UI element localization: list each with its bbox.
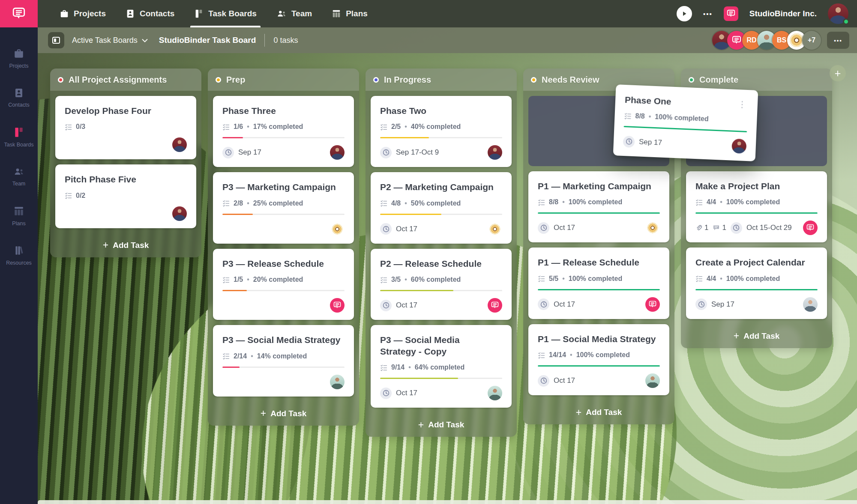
sidebar-item-team[interactable]: Team <box>0 157 38 196</box>
nav-item-contacts[interactable]: Contacts <box>116 0 184 27</box>
task-card[interactable]: P3 — Social Media Strategy 2/14 • 14% co… <box>213 325 354 396</box>
add-task-button[interactable]: + Add Task <box>366 413 517 437</box>
sidebar-label: Projects <box>9 63 28 69</box>
sidebar-item-projects[interactable]: Projects <box>0 39 38 78</box>
member-overflow-badge[interactable]: +7 <box>802 31 821 50</box>
sidebar-item-contacts[interactable]: Contacts <box>0 78 38 117</box>
add-task-button[interactable]: + Add Task <box>208 402 359 426</box>
bullet: • <box>720 198 722 206</box>
task-card[interactable]: Phase Three 1/6 • 17% completed Sep 17 <box>213 96 354 167</box>
task-card[interactable]: P3 — Social Media Strategy - Copy 9/14 •… <box>371 325 512 408</box>
progress-bar <box>222 137 345 138</box>
sidebar: Projects Contacts Task Boards Team Plans… <box>0 27 38 504</box>
task-card[interactable]: Pitch Phase Five 0/2 <box>55 164 196 228</box>
task-card[interactable]: Develop Phase Four 0/3 <box>55 96 196 159</box>
assignee-avatar[interactable] <box>645 221 660 235</box>
board-more-button[interactable]: ••• <box>827 32 849 49</box>
contact-card-icon <box>126 9 135 18</box>
column-all-project-assignments: All Project Assignments Develop Phase Fo… <box>50 69 201 257</box>
task-card[interactable]: Make a Project Plan 4/4 • 100% completed… <box>686 171 827 242</box>
studiobinder-logo-icon <box>731 35 742 45</box>
card-checklist: 3/5 • 60% completed <box>380 276 502 283</box>
checklist-count: 4/4 <box>707 275 716 283</box>
add-column-button[interactable]: + <box>830 65 846 81</box>
checklist-count: 2/14 <box>234 352 247 360</box>
overflow-count: +7 <box>808 36 815 44</box>
progress-bar <box>538 365 660 367</box>
checklist-count: 4/4 <box>707 198 716 206</box>
clock-icon <box>538 298 549 310</box>
assignee-avatar[interactable] <box>731 139 746 154</box>
assignee-avatar[interactable] <box>172 137 187 152</box>
assignee-avatar[interactable] <box>330 145 345 160</box>
nav-label: Task Boards <box>208 9 257 18</box>
columns-icon <box>332 9 341 18</box>
checklist-icon <box>65 123 72 131</box>
boards-dropdown[interactable]: Active Task Boards <box>72 36 148 45</box>
nav-item-plans[interactable]: Plans <box>322 0 378 27</box>
sidebar-item-resources[interactable]: Resources <box>0 236 38 275</box>
card-title: Make a Project Plan <box>695 181 818 192</box>
task-card[interactable]: Phase Two 2/5 • 40% completed Sep 17-Oct… <box>371 96 512 167</box>
card-title: Create a Project Calendar <box>695 257 818 268</box>
horizontal-scrollbar[interactable] <box>38 500 857 504</box>
add-task-label: Add Task <box>743 331 779 341</box>
add-task-button[interactable]: + Add Task <box>681 324 832 348</box>
account-avatar[interactable] <box>828 3 848 24</box>
assignee-avatar[interactable] <box>645 373 660 388</box>
assignee-avatar[interactable] <box>330 222 345 236</box>
card-checklist: 2/5 • 40% completed <box>380 123 502 131</box>
nav-label: Team <box>291 9 312 18</box>
assignee-avatar[interactable] <box>488 222 502 236</box>
columns-icon <box>13 206 24 217</box>
clock-icon <box>380 223 392 235</box>
app-logo[interactable] <box>0 0 38 27</box>
column-header[interactable]: Complete <box>681 69 832 91</box>
plus-icon: + <box>261 408 266 419</box>
task-card[interactable]: P2 — Marketing Campaign 4/8 • 50% comple… <box>371 172 512 243</box>
checklist-count: 14/14 <box>549 351 566 359</box>
task-card[interactable]: P1 — Release Schedule 5/5 • 100% complet… <box>528 248 669 319</box>
assignee-avatar[interactable] <box>488 145 502 160</box>
books-icon <box>13 245 24 256</box>
assignee-avatar[interactable] <box>488 386 502 400</box>
card-menu-button[interactable]: ⋮ <box>736 99 748 110</box>
add-task-button[interactable]: + Add Task <box>50 233 201 257</box>
company-logo-badge[interactable] <box>724 6 738 21</box>
nav-item-projects[interactable]: Projects <box>50 0 116 27</box>
assignee-avatar[interactable] <box>330 298 345 313</box>
assignee-avatar[interactable] <box>803 297 818 312</box>
column-header[interactable]: All Project Assignments <box>50 69 201 91</box>
assignee-avatar[interactable] <box>645 297 660 312</box>
assignee-avatar[interactable] <box>172 206 187 221</box>
task-card[interactable]: P1 — Social Media Strategy 14/14 • 100% … <box>528 324 669 395</box>
add-task-button[interactable]: + Add Task <box>523 400 674 424</box>
play-button[interactable] <box>677 6 692 21</box>
sidebar-label: Team <box>12 181 26 187</box>
assignee-avatar[interactable] <box>803 221 818 235</box>
progress-fill <box>538 365 660 367</box>
column-header[interactable]: In Progress <box>366 69 517 91</box>
comment-icon <box>713 224 720 231</box>
board-view-button[interactable] <box>48 32 64 48</box>
task-card[interactable]: P3 — Marketing Campaign 2/8 • 25% comple… <box>213 172 354 243</box>
task-card[interactable]: P3 — Release Schedule 1/5 • 20% complete… <box>213 249 354 320</box>
task-card[interactable]: P1 — Marketing Campaign 8/8 • 100% compl… <box>528 171 669 242</box>
assignee-avatar[interactable] <box>488 298 502 313</box>
assignee-avatar[interactable] <box>330 375 345 389</box>
percent-complete: 20% completed <box>253 276 303 283</box>
dragging-card-phase-one[interactable]: Phase One ⋮ 8/8 • 100% completed Sep 17 <box>613 84 758 161</box>
sidebar-item-task-boards[interactable]: Task Boards <box>0 117 38 157</box>
progress-fill <box>222 214 253 215</box>
card-footer: Oct 17 <box>380 298 502 313</box>
nav-item-task-boards[interactable]: Task Boards <box>184 0 267 27</box>
column-header[interactable]: Prep <box>208 69 359 91</box>
task-card[interactable]: P2 — Release Schedule 3/5 • 60% complete… <box>371 249 512 320</box>
sidebar-item-plans[interactable]: Plans <box>0 196 38 236</box>
card-title: P3 — Marketing Campaign <box>222 182 345 193</box>
task-card[interactable]: Create a Project Calendar 4/4 • 100% com… <box>686 248 827 319</box>
checklist-icon <box>222 276 230 283</box>
checklist-count: 1/5 <box>234 276 243 283</box>
nav-item-team[interactable]: Team <box>267 0 322 27</box>
more-menu-button[interactable]: ••• <box>703 10 713 18</box>
